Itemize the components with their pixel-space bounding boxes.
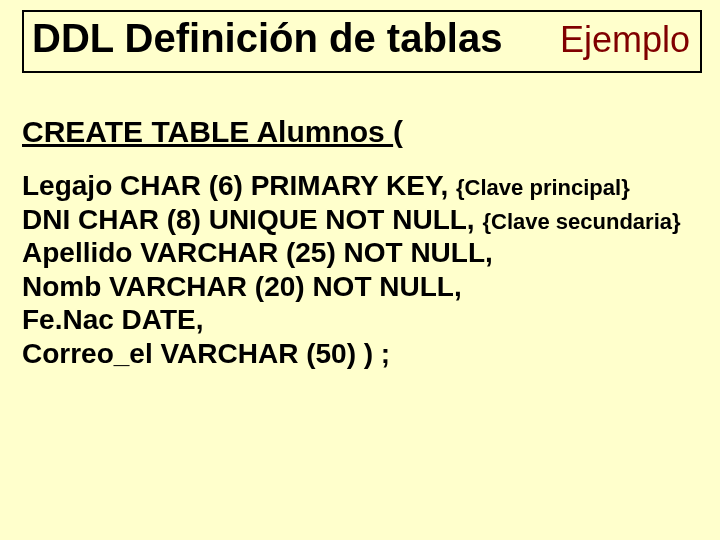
slide-subtitle: Ejemplo (560, 19, 690, 61)
col-dni-comment: {Clave secundaria} (482, 209, 680, 234)
title-box: DDL Definición de tablas Ejemplo (22, 10, 702, 73)
open-paren: ( (393, 115, 403, 148)
col-dni-def: DNI CHAR (8) UNIQUE NOT NULL, (22, 204, 482, 235)
slide: DDL Definición de tablas Ejemplo CREATE … (0, 0, 720, 540)
col-correo: Correo_el VARCHAR (50) ) ; (22, 337, 702, 371)
col-legajo-def: Legajo CHAR (6) PRIMARY KEY, (22, 170, 456, 201)
col-dni: DNI CHAR (8) UNIQUE NOT NULL, {Clave sec… (22, 203, 702, 237)
col-nomb: Nomb VARCHAR (20) NOT NULL, (22, 270, 702, 304)
col-fenac: Fe.Nac DATE, (22, 303, 702, 337)
col-apellido: Apellido VARCHAR (25) NOT NULL, (22, 236, 702, 270)
col-legajo-comment: {Clave principal} (456, 175, 630, 200)
create-table-text: CREATE TABLE Alumnos (22, 115, 393, 148)
column-definitions: Legajo CHAR (6) PRIMARY KEY, {Clave prin… (22, 169, 702, 371)
col-legajo: Legajo CHAR (6) PRIMARY KEY, {Clave prin… (22, 169, 702, 203)
slide-body: CREATE TABLE Alumnos ( Legajo CHAR (6) P… (22, 115, 702, 371)
slide-title: DDL Definición de tablas (32, 16, 502, 61)
create-table-line: CREATE TABLE Alumnos ( (22, 115, 702, 149)
